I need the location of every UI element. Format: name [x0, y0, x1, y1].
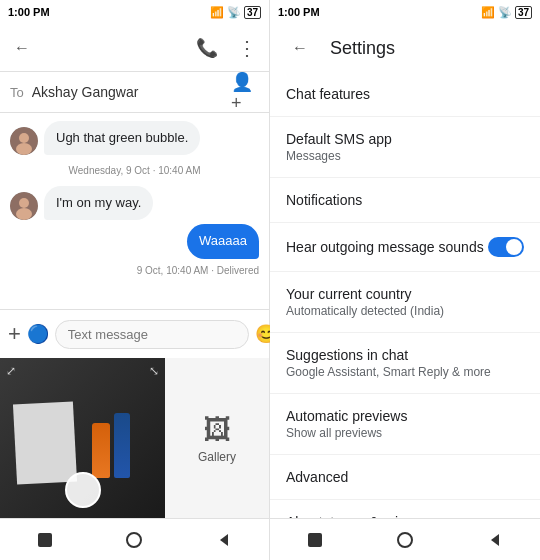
- left-status-icons: 📶 📡 37: [210, 6, 261, 19]
- settings-list: Chat features Default SMS app Messages N…: [270, 72, 540, 518]
- svg-rect-9: [308, 533, 322, 547]
- settings-item-title-1: Default SMS app: [286, 131, 524, 147]
- message-row-1: Ugh that green bubble.: [10, 121, 259, 155]
- settings-item-chat-features[interactable]: Chat features: [270, 72, 540, 117]
- avatar-1: [10, 127, 38, 155]
- input-row: + 🔵 😊 ▶ SMS: [0, 309, 269, 358]
- settings-item-default-sms[interactable]: Default SMS app Messages: [270, 117, 540, 178]
- battery-icon: 37: [244, 6, 261, 19]
- gallery-panel[interactable]: 🖼 Gallery: [165, 358, 269, 518]
- settings-title: Settings: [330, 38, 395, 59]
- svg-point-10: [398, 533, 412, 547]
- expand-icon[interactable]: ⤢: [6, 364, 16, 378]
- timestamp-1: Wednesday, 9 Oct · 10:40 AM: [10, 165, 259, 176]
- signal-icon: 📶: [210, 6, 224, 19]
- svg-marker-11: [491, 534, 499, 546]
- right-status-bar: 1:00 PM 📶 📡 37: [270, 0, 540, 24]
- settings-item-title-3: Hear outgoing message sounds: [286, 239, 484, 255]
- settings-item-suggestions[interactable]: Suggestions in chat Google Assistant, Sm…: [270, 333, 540, 394]
- settings-item-title-2: Notifications: [286, 192, 524, 208]
- bubble-incoming-2: I'm on my way.: [44, 186, 153, 220]
- to-row: To 👤+: [0, 72, 269, 113]
- svg-marker-8: [220, 534, 228, 546]
- settings-item-title-0: Chat features: [286, 86, 524, 102]
- camera-scene-bottle-blue: [114, 413, 130, 478]
- more-options-icon[interactable]: ⋮: [233, 34, 261, 62]
- right-nav-bar: [270, 518, 540, 560]
- settings-item-about[interactable]: About, terms & privacy: [270, 500, 540, 518]
- camera-view: ⤢ ⤡: [0, 358, 165, 518]
- settings-item-title-7: Advanced: [286, 469, 524, 485]
- svg-rect-6: [38, 533, 52, 547]
- nav-back-right[interactable]: [483, 528, 507, 552]
- back-button[interactable]: ←: [8, 34, 36, 62]
- settings-back-button[interactable]: ←: [286, 34, 314, 62]
- left-nav-bar: [0, 518, 269, 560]
- settings-toolbar: ← Settings: [270, 24, 540, 72]
- svg-point-7: [127, 533, 141, 547]
- gallery-label: Gallery: [198, 450, 236, 464]
- bubble-outgoing-1: Waaaaa: [187, 224, 259, 258]
- shutter-button[interactable]: [65, 472, 101, 508]
- right-status-icons: 📶 📡 37: [481, 6, 532, 19]
- settings-item-title-5: Suggestions in chat: [286, 347, 524, 363]
- settings-item-subtitle-1: Messages: [286, 149, 524, 163]
- svg-point-5: [16, 208, 32, 220]
- right-time: 1:00 PM: [278, 6, 320, 18]
- shrink-icon[interactable]: ⤡: [149, 364, 159, 378]
- settings-item-subtitle-5: Google Assistant, Smart Reply & more: [286, 365, 524, 379]
- settings-item-advanced[interactable]: Advanced: [270, 455, 540, 500]
- svg-point-4: [19, 198, 29, 208]
- sticker-icon[interactable]: 🔵: [27, 320, 49, 348]
- settings-item-title-6: Automatic previews: [286, 408, 524, 424]
- camera-scene-bottle-orange: [92, 423, 110, 478]
- nav-square-right[interactable]: [303, 528, 327, 552]
- right-panel: 1:00 PM 📶 📡 37 ← Settings Chat features …: [270, 0, 540, 560]
- settings-item-previews[interactable]: Automatic previews Show all previews: [270, 394, 540, 455]
- media-row: ⤢ ⤡ 🖼 Gallery: [0, 358, 269, 518]
- left-status-bar: 1:00 PM 📶 📡 37: [0, 0, 269, 24]
- sounds-toggle[interactable]: [488, 237, 524, 257]
- left-panel: 1:00 PM 📶 📡 37 ← 📞 ⋮ To 👤+: [0, 0, 270, 560]
- chat-area: Ugh that green bubble. Wednesday, 9 Oct …: [0, 113, 269, 309]
- settings-item-subtitle-4: Automatically detected (India): [286, 304, 524, 318]
- settings-item-notifications[interactable]: Notifications: [270, 178, 540, 223]
- outgoing-row-1: Waaaaa: [10, 224, 259, 258]
- right-signal-icon: 📶: [481, 6, 495, 19]
- left-time: 1:00 PM: [8, 6, 50, 18]
- svg-point-1: [19, 133, 29, 143]
- nav-back-left[interactable]: [212, 528, 236, 552]
- nav-home-right[interactable]: [393, 528, 417, 552]
- right-wifi-icon: 📡: [498, 6, 512, 19]
- text-input[interactable]: [55, 320, 249, 349]
- settings-item-sounds[interactable]: Hear outgoing message sounds: [270, 223, 540, 272]
- settings-item-country[interactable]: Your current country Automatically detec…: [270, 272, 540, 333]
- bubble-incoming-1: Ugh that green bubble.: [44, 121, 200, 155]
- avatar-2: [10, 192, 38, 220]
- to-input[interactable]: [32, 84, 223, 100]
- svg-point-2: [16, 143, 32, 155]
- nav-square-left[interactable]: [33, 528, 57, 552]
- phone-icon[interactable]: 📞: [193, 34, 221, 62]
- left-toolbar: ← 📞 ⋮: [0, 24, 269, 72]
- to-label: To: [10, 85, 24, 100]
- right-battery-icon: 37: [515, 6, 532, 19]
- add-icon[interactable]: +: [8, 320, 21, 348]
- message-row-2: I'm on my way.: [10, 186, 259, 220]
- toolbar-icons: 📞 ⋮: [193, 34, 261, 62]
- settings-item-subtitle-6: Show all previews: [286, 426, 524, 440]
- nav-home-left[interactable]: [122, 528, 146, 552]
- add-contact-icon[interactable]: 👤+: [231, 78, 259, 106]
- delivered-label: 9 Oct, 10:40 AM · Delivered: [10, 265, 259, 276]
- gallery-icon: 🖼: [203, 413, 231, 446]
- camera-scene-paper: [13, 401, 77, 484]
- settings-item-row-sounds: Hear outgoing message sounds: [286, 237, 524, 257]
- wifi-icon: 📡: [227, 6, 241, 19]
- settings-item-title-4: Your current country: [286, 286, 524, 302]
